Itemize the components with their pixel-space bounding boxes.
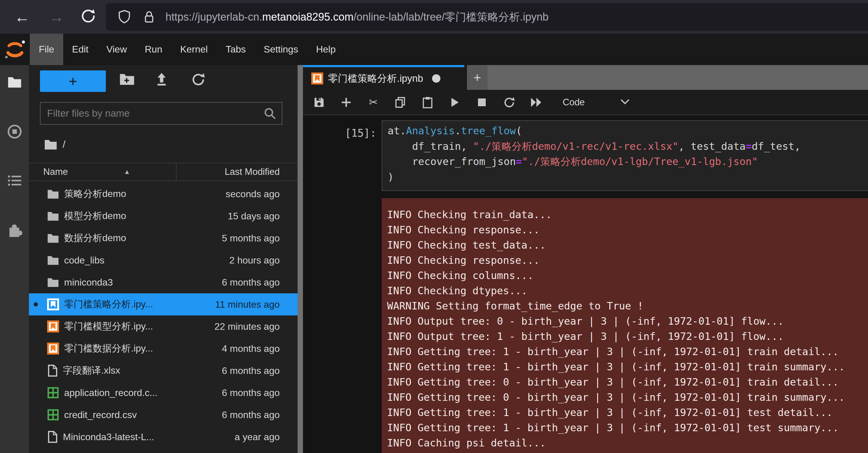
chevron-down-icon[interactable] — [620, 98, 630, 106]
column-divider — [176, 163, 177, 180]
log-line: INFO Getting tree: 1 - birth_year | 3 | … — [387, 420, 868, 435]
file-browser-scrollbar[interactable] — [298, 65, 303, 453]
filter-files-box — [40, 102, 282, 125]
home-folder-icon[interactable] — [44, 139, 57, 150]
menu-tabs[interactable]: Tabs — [217, 34, 255, 65]
menu-edit[interactable]: Edit — [63, 34, 97, 65]
log-line: INFO Checking test_data... — [387, 237, 868, 253]
folder-icon — [47, 277, 59, 288]
folder-icon — [47, 211, 59, 221]
menu-items: File Edit View Run Kernel Tabs Settings … — [30, 34, 345, 65]
browser-refresh-icon[interactable] — [81, 8, 95, 26]
new-launcher-button[interactable]: + — [40, 70, 106, 92]
csv-icon — [47, 409, 59, 421]
menu-run[interactable]: Run — [136, 34, 171, 65]
restart-kernel-button[interactable] — [503, 96, 515, 108]
notebook-panel: 零门槛策略分析.ipynb + ✂ — [303, 65, 868, 453]
log-line: INFO Checking response... — [387, 253, 868, 268]
file-list: 策略分析demo seconds ago 模型分析demo 15 days ag… — [29, 183, 298, 448]
browser-back-icon[interactable]: ← — [14, 8, 30, 26]
menu-kernel[interactable]: Kernel — [171, 34, 217, 65]
extension-manager-icon[interactable] — [7, 221, 22, 238]
paste-cells-icon[interactable] — [422, 96, 434, 108]
tab-title: 零门槛策略分析.ipynb — [328, 72, 423, 85]
left-activity-bar — [0, 65, 29, 453]
tab-bar-filler — [488, 65, 868, 90]
file-browser-tab-icon[interactable] — [7, 76, 22, 89]
column-last-modified[interactable]: Last Modified — [225, 167, 280, 177]
cell-output-stderr: INFO Checking train_data...INFO Checking… — [382, 198, 868, 453]
running-indicator-dot — [34, 302, 38, 307]
file-row[interactable]: 零门槛数据分析.ipy... 4 months ago — [29, 338, 298, 360]
log-line: INFO Getting tree: 1 - birth_year | 3 | … — [387, 344, 868, 359]
file-row[interactable]: 字段翻译.xlsx 6 months ago — [29, 360, 298, 382]
jupyterlab-menubar: File Edit View Run Kernel Tabs Settings … — [0, 34, 868, 65]
log-line: INFO Checking response... — [387, 222, 868, 237]
notebook-icon — [47, 320, 59, 333]
breadcrumb: / — [44, 139, 65, 150]
folder-icon — [47, 233, 59, 244]
log-line: INFO Caching psi detail... — [387, 435, 868, 451]
run-cell-button[interactable] — [449, 97, 461, 108]
menu-settings[interactable]: Settings — [255, 34, 307, 65]
file-row[interactable]: 策略分析demo seconds ago — [29, 183, 298, 205]
new-tab-button[interactable]: + — [467, 65, 488, 90]
log-line: INFO Output tree: 1 - birth_year | 3 | (… — [387, 329, 868, 344]
save-button[interactable] — [313, 97, 325, 108]
url-text: https://jupyterlab-cn.metanoia8295.com/o… — [165, 10, 549, 25]
add-cell-button[interactable] — [340, 97, 352, 108]
breadcrumb-root[interactable]: / — [63, 139, 65, 150]
notebook-toolbar: ✂ Code — [303, 90, 868, 115]
refresh-file-list-icon[interactable] — [191, 72, 205, 88]
file-row[interactable]: application_record.c... 6 months ago — [29, 382, 298, 404]
shield-icon — [118, 9, 131, 25]
notebook-content: [15]: at.Analysis.tree_flow( df_train, "… — [303, 115, 868, 453]
folder-icon — [47, 255, 59, 265]
file-row[interactable]: 数据分析demo 5 months ago — [29, 227, 298, 249]
menu-view[interactable]: View — [97, 34, 136, 65]
sort-ascending-icon[interactable]: ▲ — [124, 168, 130, 176]
file-row[interactable]: 模型分析demo 15 days ago — [29, 205, 298, 227]
file-row[interactable]: credit_record.csv 6 months ago — [29, 404, 298, 426]
file-row-selected[interactable]: 零门槛策略分析.ipy... 11 minutes ago — [29, 293, 298, 315]
table-of-contents-icon[interactable] — [7, 174, 22, 188]
file-icon — [47, 431, 58, 443]
file-row[interactable]: miniconda3 6 months ago — [29, 271, 298, 293]
log-line: INFO Getting tree: 0 - birth_year | 3 | … — [387, 374, 868, 390]
cell-execution-prompt: [15]: — [303, 127, 376, 139]
menu-help[interactable]: Help — [307, 34, 345, 65]
log-line: INFO Checking dtypes... — [387, 283, 868, 299]
file-row[interactable]: 零门槛模型分析.ipy... 22 minutes ago — [29, 315, 298, 338]
log-line: WARNING Setting format_time_edge to True… — [387, 299, 868, 314]
interrupt-kernel-button[interactable] — [476, 98, 488, 107]
restart-and-run-all-button[interactable] — [530, 97, 542, 108]
log-line: INFO Checking train_data... — [387, 207, 868, 222]
folder-icon — [47, 189, 59, 199]
new-folder-icon[interactable] — [119, 72, 135, 87]
log-line: INFO Getting tree: 1 - birth_year | 3 | … — [387, 405, 868, 420]
filter-files-input[interactable] — [40, 108, 263, 119]
notebook-icon — [311, 73, 323, 84]
column-name[interactable]: Name — [43, 167, 68, 177]
copy-cells-icon[interactable] — [395, 96, 406, 108]
upload-icon[interactable] — [154, 72, 169, 88]
cell-type-select[interactable]: Code — [563, 97, 585, 108]
menu-file[interactable]: File — [30, 34, 63, 65]
log-line: INFO Getting tree: 0 - birth_year | 3 | … — [387, 390, 868, 405]
search-icon — [263, 107, 276, 120]
running-kernels-icon[interactable] — [7, 124, 22, 140]
lock-icon — [143, 9, 155, 25]
code-cell-editor[interactable]: at.Analysis.tree_flow( df_train, "./策略分析… — [382, 120, 868, 191]
address-bar[interactable]: https://jupyterlab-cn.metanoia8295.com/o… — [106, 3, 868, 31]
browser-chrome: ← → https://jupyterlab-cn.metanoia8295.c… — [0, 0, 868, 34]
jupyter-logo — [0, 34, 30, 65]
file-row[interactable]: code_libs 2 hours ago — [29, 249, 298, 271]
log-line: INFO Output tree: 0 - birth_year | 3 | (… — [387, 314, 868, 329]
unsaved-changes-dot[interactable] — [432, 74, 440, 83]
file-row[interactable]: Miniconda3-latest-L... a year ago — [29, 426, 298, 448]
cut-cells-icon[interactable]: ✂ — [367, 96, 379, 109]
notebook-icon — [47, 299, 59, 310]
notebook-tab[interactable]: 零门槛策略分析.ipynb — [303, 65, 464, 90]
browser-forward-icon[interactable]: → — [49, 8, 64, 26]
log-line: INFO Checking columns... — [387, 268, 868, 283]
